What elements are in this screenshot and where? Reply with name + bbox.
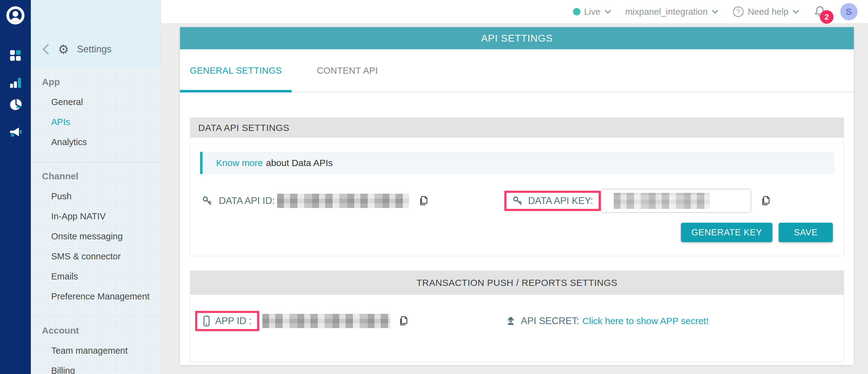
page-title: API SETTINGS (180, 27, 854, 49)
sidebar-menu: AppGeneralAPIsAnalyticsChannelPushIn-App… (31, 66, 161, 374)
pie-chart-icon[interactable] (8, 98, 23, 113)
app-screen: ⚙ Settings AppGeneralAPIsAnalyticsChanne… (0, 0, 868, 374)
key-icon (512, 195, 523, 206)
transaction-section-title: TRANSACTION PUSH / REPORTS SETTINGS (190, 271, 844, 295)
data-api-key-redacted-value (614, 193, 710, 209)
project-switcher[interactable]: mixpanel_integration (625, 7, 719, 17)
app-id-label: APP ID : (215, 315, 251, 327)
sidebar-item-sms-connector[interactable]: SMS & connector (31, 246, 161, 267)
chevron-down-icon (604, 9, 612, 14)
environment-label: Live (584, 7, 600, 17)
api-secret-label: API SECRET: (521, 315, 580, 327)
svg-text:?: ? (736, 8, 740, 15)
chevron-down-icon (792, 9, 800, 14)
know-more-text: about Data APIs (266, 158, 333, 168)
notifications-button[interactable]: 2 (813, 5, 827, 19)
topbar: Live mixpanel_integration ? Need help (161, 0, 868, 24)
sidebar-item-billing[interactable]: Billing (31, 361, 161, 374)
sidebar-item-general[interactable]: General (31, 92, 161, 112)
tab-bar: GENERAL SETTINGS CONTENT API (180, 49, 854, 93)
transaction-push-panel: TRANSACTION PUSH / REPORTS SETTINGS APP … (190, 271, 844, 362)
data-api-key-group: DATA API KEY: (504, 189, 772, 213)
actions-row: GENERATE KEY SAVE (190, 223, 833, 242)
data-api-settings-panel: DATA API SETTINGS Know more about Data A… (190, 118, 844, 256)
key-icon (202, 195, 213, 206)
data-api-section-title: DATA API SETTINGS (190, 118, 844, 138)
sidebar-item-onsite-messaging[interactable]: Onsite messaging (31, 227, 161, 246)
notification-count-badge: 2 (820, 10, 834, 24)
environment-switcher[interactable]: Live (573, 7, 612, 17)
user-avatar[interactable]: S (840, 3, 858, 20)
app-id-group: APP ID : (195, 311, 409, 331)
app-id-redacted-value (262, 314, 390, 328)
copy-icon[interactable] (418, 195, 429, 207)
data-api-key-label: DATA API KEY: (528, 195, 593, 206)
gear-icon: ⚙ (58, 43, 69, 56)
spy-icon (505, 316, 516, 326)
sidebar-section-header: Account (31, 320, 161, 341)
icon-rail (0, 0, 31, 374)
api-secret-group: API SECRET: Click here to show APP secre… (505, 315, 709, 327)
back-chevron-icon[interactable] (42, 43, 50, 56)
app-id-annotation-box: APP ID : (195, 311, 259, 331)
show-app-secret-link[interactable]: Click here to show APP secret! (582, 316, 709, 326)
know-more-link[interactable]: Know more (216, 158, 263, 168)
data-api-id-redacted-value (277, 194, 409, 208)
phone-icon (203, 315, 210, 327)
dashboard-grid-icon[interactable] (8, 48, 23, 64)
sidebar-item-team-management[interactable]: Team management (31, 341, 161, 361)
data-api-id-group: DATA API ID: (202, 194, 429, 208)
api-settings-card: API SETTINGS GENERAL SETTINGS CONTENT AP… (180, 27, 854, 365)
sidebar-item-push[interactable]: Push (31, 186, 161, 206)
data-api-key-annotation-box: DATA API KEY: (504, 191, 601, 211)
copy-icon[interactable] (398, 315, 409, 327)
help-label: Need help (748, 7, 788, 17)
copy-icon[interactable] (760, 195, 772, 207)
sidebar-section-header: Channel (31, 166, 161, 186)
question-circle-icon: ? (733, 6, 744, 18)
data-api-id-label: DATA API ID: (219, 195, 275, 206)
sidebar-item-emails[interactable]: Emails (31, 267, 161, 286)
help-menu[interactable]: ? Need help (733, 6, 800, 18)
sidebar-section-channel: ChannelPushIn-App NATIVOnsite messagingS… (31, 162, 161, 311)
sidebar-item-in-app-nativ[interactable]: In-App NATIV (31, 206, 161, 227)
tab-content-api[interactable]: CONTENT API (291, 49, 403, 92)
sidebar-item-preference-management[interactable]: Preference Management (31, 286, 161, 307)
sidebar-title: Settings (77, 44, 112, 55)
api-credentials-row: DATA API ID: DATA API KEY: (190, 189, 844, 213)
bar-chart-icon[interactable] (8, 75, 23, 91)
megaphone-icon[interactable] (8, 125, 23, 141)
sidebar-item-apis[interactable]: APIs (31, 112, 161, 132)
sidebar-header: ⚙ Settings (31, 0, 161, 66)
settings-sidebar: ⚙ Settings AppGeneralAPIsAnalyticsChanne… (31, 0, 161, 374)
tab-general-settings[interactable]: GENERAL SETTINGS (180, 49, 291, 92)
save-button[interactable]: SAVE (779, 223, 833, 242)
sidebar-section-header: App (31, 72, 161, 92)
chevron-down-icon (711, 9, 719, 14)
project-name: mixpanel_integration (625, 7, 708, 17)
data-api-key-input[interactable] (601, 189, 751, 213)
generate-key-button[interactable]: GENERATE KEY (681, 223, 772, 242)
sidebar-section-app: AppGeneralAPIsAnalytics (31, 72, 161, 157)
transaction-row: APP ID : API SECRET: Clic (190, 311, 844, 331)
live-status-dot (573, 8, 581, 15)
brand-logo-icon[interactable] (6, 6, 25, 26)
sidebar-section-account: AccountTeam managementBilling (31, 316, 161, 374)
sidebar-item-analytics[interactable]: Analytics (31, 132, 161, 152)
know-more-infobar: Know more about Data APIs (200, 152, 834, 174)
